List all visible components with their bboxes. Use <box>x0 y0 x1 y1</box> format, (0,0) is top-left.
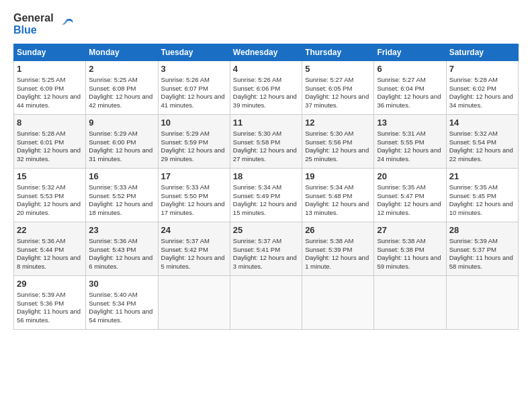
day-cell: 15Sunrise: 5:32 AM Sunset: 5:53 PM Dayli… <box>14 169 86 222</box>
day-info: Sunrise: 5:34 AM Sunset: 5:48 PM Dayligh… <box>305 183 371 218</box>
day-cell: 30Sunrise: 5:40 AM Sunset: 5:34 PM Dayli… <box>86 276 158 330</box>
day-info: Sunrise: 5:30 AM Sunset: 5:58 PM Dayligh… <box>233 130 299 164</box>
day-info: Sunrise: 5:35 AM Sunset: 5:47 PM Dayligh… <box>377 183 443 218</box>
day-cell: 27Sunrise: 5:38 AM Sunset: 5:38 PM Dayli… <box>374 222 446 276</box>
day-info: Sunrise: 5:27 AM Sunset: 6:04 PM Dayligh… <box>377 76 443 110</box>
day-info: Sunrise: 5:26 AM Sunset: 6:07 PM Dayligh… <box>161 76 227 110</box>
col-header-thursday: Thursday <box>302 44 374 61</box>
day-number: 4 <box>233 63 299 75</box>
day-cell: 1Sunrise: 5:25 AM Sunset: 6:09 PM Daylig… <box>14 61 86 115</box>
day-info: Sunrise: 5:28 AM Sunset: 6:01 PM Dayligh… <box>17 130 83 164</box>
day-cell: 18Sunrise: 5:34 AM Sunset: 5:49 PM Dayli… <box>230 169 302 222</box>
day-number: 17 <box>161 171 227 183</box>
day-info: Sunrise: 5:33 AM Sunset: 5:52 PM Dayligh… <box>89 183 154 218</box>
day-number: 24 <box>161 224 227 236</box>
day-info: Sunrise: 5:33 AM Sunset: 5:50 PM Dayligh… <box>161 183 227 218</box>
day-number: 12 <box>305 117 371 129</box>
day-cell: 8Sunrise: 5:28 AM Sunset: 6:01 PM Daylig… <box>14 115 86 169</box>
day-number: 26 <box>305 224 371 236</box>
day-cell: 11Sunrise: 5:30 AM Sunset: 5:58 PM Dayli… <box>230 115 302 169</box>
day-number: 10 <box>161 117 227 129</box>
day-number: 2 <box>89 63 154 75</box>
day-cell: 19Sunrise: 5:34 AM Sunset: 5:48 PM Dayli… <box>302 169 374 222</box>
day-number: 15 <box>17 171 83 183</box>
day-info: Sunrise: 5:40 AM Sunset: 5:34 PM Dayligh… <box>89 291 154 325</box>
day-info: Sunrise: 5:38 AM Sunset: 5:39 PM Dayligh… <box>305 237 371 271</box>
day-number: 19 <box>305 171 371 183</box>
day-cell: 17Sunrise: 5:33 AM Sunset: 5:50 PM Dayli… <box>158 169 230 222</box>
day-cell: 20Sunrise: 5:35 AM Sunset: 5:47 PM Dayli… <box>374 169 446 222</box>
day-cell <box>230 276 302 330</box>
day-number: 5 <box>305 63 371 75</box>
day-cell: 12Sunrise: 5:30 AM Sunset: 5:56 PM Dayli… <box>302 115 374 169</box>
col-header-tuesday: Tuesday <box>158 44 230 61</box>
day-info: Sunrise: 5:31 AM Sunset: 5:55 PM Dayligh… <box>377 130 443 164</box>
day-number: 25 <box>233 224 299 236</box>
day-number: 30 <box>89 278 154 290</box>
day-info: Sunrise: 5:30 AM Sunset: 5:56 PM Dayligh… <box>305 130 371 164</box>
day-info: Sunrise: 5:25 AM Sunset: 6:09 PM Dayligh… <box>17 76 83 110</box>
col-header-saturday: Saturday <box>446 44 518 61</box>
day-number: 8 <box>17 117 83 129</box>
day-cell: 16Sunrise: 5:33 AM Sunset: 5:52 PM Dayli… <box>86 169 158 222</box>
day-info: Sunrise: 5:25 AM Sunset: 6:08 PM Dayligh… <box>89 76 154 110</box>
day-info: Sunrise: 5:39 AM Sunset: 5:37 PM Dayligh… <box>449 237 515 271</box>
day-cell: 9Sunrise: 5:29 AM Sunset: 6:00 PM Daylig… <box>86 115 158 169</box>
day-cell: 23Sunrise: 5:36 AM Sunset: 5:43 PM Dayli… <box>86 222 158 276</box>
day-cell: 29Sunrise: 5:39 AM Sunset: 5:36 PM Dayli… <box>14 276 86 330</box>
day-info: Sunrise: 5:37 AM Sunset: 5:41 PM Dayligh… <box>233 237 299 271</box>
day-cell: 21Sunrise: 5:35 AM Sunset: 5:45 PM Dayli… <box>446 169 518 222</box>
day-info: Sunrise: 5:36 AM Sunset: 5:43 PM Dayligh… <box>89 237 154 271</box>
day-number: 6 <box>377 63 443 75</box>
day-cell: 24Sunrise: 5:37 AM Sunset: 5:42 PM Dayli… <box>158 222 230 276</box>
logo-text: General Blue <box>13 12 54 36</box>
day-number: 13 <box>377 117 443 129</box>
logo: General Blue <box>13 12 75 36</box>
page: General Blue SundayMondayTuesdayWednesda… <box>0 0 532 336</box>
day-info: Sunrise: 5:39 AM Sunset: 5:36 PM Dayligh… <box>17 291 83 325</box>
day-cell: 6Sunrise: 5:27 AM Sunset: 6:04 PM Daylig… <box>374 61 446 115</box>
day-cell: 2Sunrise: 5:25 AM Sunset: 6:08 PM Daylig… <box>86 61 158 115</box>
week-row-5: 29Sunrise: 5:39 AM Sunset: 5:36 PM Dayli… <box>14 276 519 330</box>
day-cell: 14Sunrise: 5:32 AM Sunset: 5:54 PM Dayli… <box>446 115 518 169</box>
week-row-1: 1Sunrise: 5:25 AM Sunset: 6:09 PM Daylig… <box>14 61 519 115</box>
col-header-wednesday: Wednesday <box>230 44 302 61</box>
day-cell: 10Sunrise: 5:29 AM Sunset: 5:59 PM Dayli… <box>158 115 230 169</box>
day-info: Sunrise: 5:32 AM Sunset: 5:54 PM Dayligh… <box>449 130 515 164</box>
day-cell: 4Sunrise: 5:26 AM Sunset: 6:06 PM Daylig… <box>230 61 302 115</box>
day-number: 3 <box>161 63 227 75</box>
day-info: Sunrise: 5:37 AM Sunset: 5:42 PM Dayligh… <box>161 237 227 271</box>
day-number: 18 <box>233 171 299 183</box>
day-cell: 13Sunrise: 5:31 AM Sunset: 5:55 PM Dayli… <box>374 115 446 169</box>
day-number: 9 <box>89 117 154 129</box>
day-number: 11 <box>233 117 299 129</box>
week-row-2: 8Sunrise: 5:28 AM Sunset: 6:01 PM Daylig… <box>14 115 519 169</box>
day-cell: 26Sunrise: 5:38 AM Sunset: 5:39 PM Dayli… <box>302 222 374 276</box>
day-number: 20 <box>377 171 443 183</box>
day-number: 28 <box>449 224 515 236</box>
header: General Blue <box>13 12 519 36</box>
day-cell <box>374 276 446 330</box>
day-info: Sunrise: 5:29 AM Sunset: 6:00 PM Dayligh… <box>89 130 154 164</box>
day-info: Sunrise: 5:38 AM Sunset: 5:38 PM Dayligh… <box>377 237 443 271</box>
day-cell: 5Sunrise: 5:27 AM Sunset: 6:05 PM Daylig… <box>302 61 374 115</box>
day-number: 16 <box>89 171 154 183</box>
day-cell <box>446 276 518 330</box>
day-info: Sunrise: 5:35 AM Sunset: 5:45 PM Dayligh… <box>449 183 515 218</box>
day-info: Sunrise: 5:28 AM Sunset: 6:02 PM Dayligh… <box>449 76 515 110</box>
calendar-table: SundayMondayTuesdayWednesdayThursdayFrid… <box>13 44 519 330</box>
day-number: 23 <box>89 224 154 236</box>
logo-bird-icon <box>56 15 75 34</box>
day-info: Sunrise: 5:26 AM Sunset: 6:06 PM Dayligh… <box>233 76 299 110</box>
day-info: Sunrise: 5:36 AM Sunset: 5:44 PM Dayligh… <box>17 237 83 271</box>
day-number: 27 <box>377 224 443 236</box>
day-number: 22 <box>17 224 83 236</box>
day-cell: 28Sunrise: 5:39 AM Sunset: 5:37 PM Dayli… <box>446 222 518 276</box>
col-header-sunday: Sunday <box>14 44 86 61</box>
day-cell: 3Sunrise: 5:26 AM Sunset: 6:07 PM Daylig… <box>158 61 230 115</box>
day-cell <box>158 276 230 330</box>
day-cell <box>302 276 374 330</box>
week-row-3: 15Sunrise: 5:32 AM Sunset: 5:53 PM Dayli… <box>14 169 519 222</box>
day-number: 1 <box>17 63 83 75</box>
header-row: SundayMondayTuesdayWednesdayThursdayFrid… <box>14 44 519 61</box>
